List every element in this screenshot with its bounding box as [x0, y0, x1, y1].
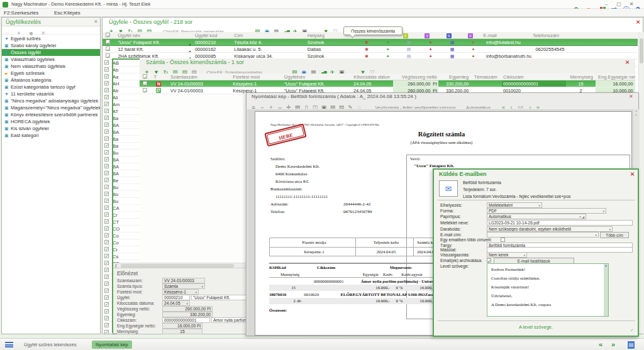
row-checkbox[interactable] [104, 219, 109, 224]
row-checkbox[interactable] [104, 199, 109, 203]
col-unit[interactable]: Eng.Egységár nettó [596, 74, 635, 80]
toolbar-icon[interactable] [253, 28, 262, 32]
toolbar-icon[interactable] [300, 28, 309, 32]
next-view-icon[interactable]: » [611, 341, 615, 348]
row-checkbox[interactable] [106, 53, 110, 58]
preview-toolbar-icon[interactable] [319, 104, 328, 109]
row-checkbox[interactable] [104, 226, 109, 231]
row-checkbox[interactable] [104, 109, 109, 113]
next-page-icon[interactable]: › [529, 104, 531, 109]
tab-print-preview[interactable]: Nyomtatási kép [92, 341, 132, 349]
row-checkbox[interactable] [104, 268, 109, 272]
unit-price-field[interactable]: 16.000,00 Ft [162, 323, 203, 329]
paper-type-select[interactable]: Automatikus▾ ◢ [487, 214, 586, 219]
toolbar-icon[interactable] [161, 68, 170, 74]
preview-toolbar-icon[interactable] [267, 104, 275, 109]
row-checkbox[interactable] [104, 302, 109, 307]
archive-checkbox[interactable] [487, 258, 491, 263]
row-checkbox[interactable] [104, 102, 109, 106]
menu-hamburger-icon[interactable] [5, 342, 13, 347]
status-icon[interactable] [401, 39, 417, 46]
preview-toolbar-icon[interactable] [302, 104, 311, 109]
invoice-number-field[interactable]: VV 24-01/00003 [162, 278, 205, 283]
col-total[interactable]: Végösszeg nettó [393, 74, 438, 80]
status-icon[interactable] [444, 39, 460, 46]
row-checkbox[interactable] [104, 74, 109, 79]
row-checkbox[interactable] [104, 185, 109, 189]
list-format-label[interactable]: Vevőszámla - fejléc vevőkerettel szé+pos [375, 106, 455, 109]
issue-date-select[interactable]: 24.04.05▾ [162, 300, 190, 306]
sidebar-item[interactable]: 11 kerületie vásárlók [2, 90, 100, 97]
sidebar-item[interactable]: "Nincs megadva" adóalanyiságú ügyfelek [2, 97, 100, 104]
status-icon[interactable] [380, 46, 396, 53]
resize-grip[interactable]: ✓ [630, 328, 634, 333]
sidebar-item[interactable]: Egyedi szűrés [2, 35, 100, 42]
sidebar-item[interactable]: HORECA ügyfelek [2, 118, 100, 125]
row-checkbox[interactable] [104, 164, 109, 168]
sidebar-item[interactable]: Magánszemély="Nincs megadva" ügyfelek [2, 104, 100, 111]
status-icon[interactable] [401, 46, 417, 53]
status-icon[interactable] [444, 46, 460, 53]
last-page-icon[interactable]: » [536, 104, 540, 109]
row-checkbox[interactable] [104, 212, 109, 217]
prev-page-icon[interactable]: ‹ [511, 104, 513, 109]
email-body-scrollbar[interactable]: ▾ [604, 264, 608, 316]
prev-view-icon[interactable]: « [599, 341, 602, 348]
toolbar-icon[interactable] [135, 28, 144, 32]
toolbar-icon[interactable] [290, 68, 299, 74]
row-checkbox[interactable] [104, 95, 109, 99]
format-select[interactable]: PDF▾ [487, 208, 606, 214]
toolbar-icon[interactable] [106, 28, 116, 32]
toolbar-icon[interactable] [318, 68, 328, 74]
invoices-close-icon[interactable]: ✕ [625, 59, 630, 65]
sidebar-close-icon[interactable]: ✕ [94, 19, 98, 25]
toolbar-filter-icon[interactable] [368, 68, 377, 74]
total-net-field[interactable]: 260.000,00 Ft [162, 306, 213, 312]
preview-toolbar-icon[interactable] [284, 104, 293, 109]
row-checkbox[interactable] [104, 171, 109, 175]
preview-toolbar-icon[interactable] [337, 104, 346, 109]
quantity-field[interactable]: 15 [162, 329, 203, 334]
toolbar-icon[interactable] [291, 28, 300, 32]
row-checkbox[interactable] [104, 295, 109, 300]
row-checkbox[interactable] [143, 81, 147, 85]
menu-exit[interactable]: Esc:Kilépés [54, 10, 80, 16]
col-payment[interactable]: Fizetési mód [231, 74, 280, 80]
preview-toolbar-icon[interactable] [249, 104, 258, 109]
row-checkbox[interactable] [104, 157, 109, 161]
multi-recipient-checkbox[interactable] [501, 238, 505, 242]
row-checkbox[interactable] [104, 254, 109, 258]
confirmation-select[interactable]: Nem kérek▾ [487, 252, 527, 258]
toolbar-icon[interactable] [281, 28, 291, 32]
row-checkbox[interactable] [104, 192, 109, 196]
row-checkbox[interactable] [106, 46, 110, 51]
toolbar-icon[interactable] [142, 68, 152, 74]
row-checkbox[interactable] [104, 316, 109, 320]
tab-customer-filter[interactable]: Ügyfél szűrés lekérdezés [20, 341, 80, 349]
row-checkbox[interactable] [104, 178, 109, 182]
col-name[interactable]: Ügyfél név [116, 32, 191, 39]
col-email[interactable]: E-mail [482, 32, 529, 39]
paper-type-label[interactable]: Automatikus [466, 106, 491, 109]
invoice-type-select[interactable]: Számla▾ [162, 283, 205, 289]
col-item[interactable]: Cikkszám [502, 74, 566, 80]
col-s-badge[interactable]: S [447, 33, 452, 38]
sidebar-item[interactable]: East kategóri [2, 132, 100, 139]
row-checkbox[interactable] [104, 88, 109, 92]
preview-toolbar-icon[interactable] [258, 104, 267, 109]
col-qty[interactable]: Mennyiség [569, 74, 593, 80]
toolbar-icon[interactable] [144, 28, 153, 32]
row-checkbox[interactable] [106, 40, 110, 44]
row-checkbox[interactable] [104, 116, 109, 120]
preview-toolbar-icon[interactable] [355, 104, 364, 109]
toolbar-icon[interactable] [180, 68, 189, 74]
dialog-close-icon[interactable]: ✕ [630, 171, 635, 177]
preview-toolbar-icon[interactable] [311, 104, 319, 109]
row-checkbox[interactable] [104, 60, 109, 65]
row-checkbox[interactable] [104, 261, 109, 265]
payment-mode-select[interactable]: Készpénz-1▾ [162, 289, 199, 295]
row-checkbox[interactable] [104, 282, 109, 286]
balance-field[interactable]: 330.200,00 [162, 312, 213, 317]
sidebar-item[interactable]: Ezüst kategóriába tartozó ügyf [2, 84, 100, 90]
first-page-icon[interactable]: « [502, 104, 505, 109]
